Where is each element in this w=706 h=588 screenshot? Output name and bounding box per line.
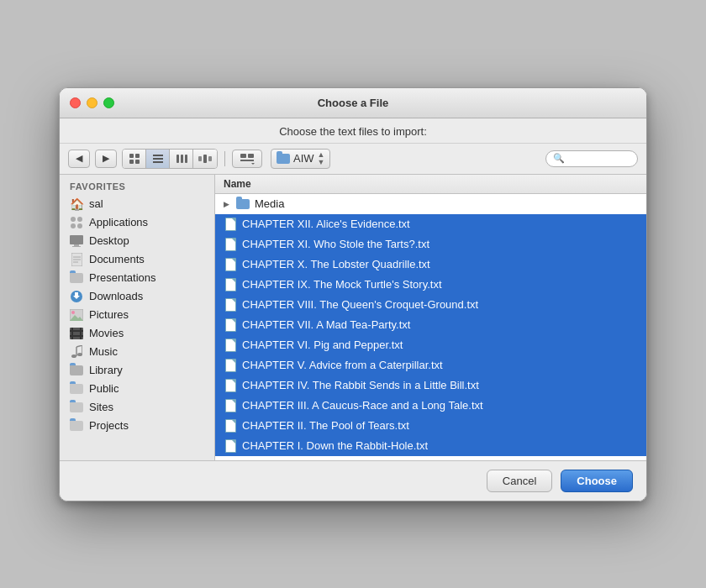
svg-rect-4 — [153, 155, 163, 156]
folder-selector[interactable]: AIW ▲ ▼ — [271, 149, 330, 169]
file-row-ch12[interactable]: CHAPTER XII. Alice's Evidence.txt — [215, 214, 646, 234]
window-container: Choose a File Choose the text files to i… — [59, 87, 647, 501]
view-cover-button[interactable] — [193, 150, 217, 168]
file-name-ch4: CHAPTER IV. The Rabbit Sends in a Little… — [242, 379, 479, 391]
svg-rect-9 — [185, 155, 187, 163]
file-row-ch9[interactable]: CHAPTER IX. The Mock Turtle's Story.txt — [215, 275, 646, 295]
sidebar-item-presentations[interactable]: Presentations — [60, 269, 214, 287]
svg-rect-5 — [153, 158, 163, 160]
file-name-media: Media — [255, 197, 284, 210]
search-icon: 🔍 — [553, 153, 565, 164]
view-column-button[interactable] — [170, 150, 193, 168]
pictures-icon — [70, 308, 83, 322]
file-row-ch2[interactable]: CHAPTER II. The Pool of Tears.txt — [215, 416, 646, 436]
downloads-icon — [70, 290, 83, 303]
svg-rect-1 — [135, 154, 140, 158]
cancel-button[interactable]: Cancel — [487, 470, 552, 492]
sidebar-item-sites[interactable]: Sites — [60, 398, 214, 417]
minimize-button[interactable] — [87, 97, 97, 108]
toolbar: ◀ ▶ — [60, 144, 646, 175]
txt-icon-ch2 — [224, 419, 237, 433]
sidebar-item-projects[interactable]: Projects — [60, 417, 214, 435]
txt-icon-ch3 — [224, 399, 237, 412]
home-icon: 🏠 — [70, 197, 83, 211]
file-row-ch3[interactable]: CHAPTER III. A Caucus-Race and a Long Ta… — [215, 396, 646, 416]
music-icon — [70, 345, 83, 359]
sidebar: FAVORITES 🏠 sal Applications — [60, 175, 215, 460]
svg-marker-16 — [251, 163, 255, 165]
txt-icon-ch12 — [224, 218, 237, 231]
sidebar-item-applications[interactable]: Applications — [60, 213, 214, 232]
view-list-button[interactable] — [146, 150, 170, 168]
folder-selector-arrows: ▲ ▼ — [318, 151, 325, 166]
documents-icon — [70, 253, 83, 266]
column-view-icon — [176, 154, 187, 164]
sidebar-label-public: Public — [89, 382, 119, 395]
folder-icon — [277, 154, 290, 164]
icon-view-icon — [129, 153, 140, 165]
view-icon-button[interactable] — [123, 150, 146, 168]
file-row-ch7[interactable]: CHAPTER VII. A Mad Tea-Party.txt — [215, 315, 646, 335]
file-row-ch10[interactable]: CHAPTER X. The Lobster Quadrille.txt — [215, 255, 646, 275]
view-mode-buttons — [122, 149, 218, 169]
choose-button[interactable]: Choose — [561, 470, 633, 492]
svg-rect-3 — [135, 160, 140, 164]
search-box[interactable]: 🔍 — [545, 150, 638, 167]
svg-point-40 — [77, 353, 82, 356]
file-name-ch1: CHAPTER I. Down the Rabbit-Hole.txt — [242, 439, 428, 452]
sidebar-item-library[interactable]: Library — [60, 361, 214, 380]
file-row-ch6[interactable]: CHAPTER VI. Pig and Pepper.txt — [215, 335, 646, 355]
library-icon — [70, 364, 83, 377]
svg-rect-13 — [240, 154, 246, 158]
sidebar-label-sal: sal — [89, 197, 103, 210]
disclosure-triangle: ▶ — [224, 200, 229, 208]
close-button[interactable] — [70, 97, 81, 108]
file-row-media[interactable]: ▶ Media — [215, 194, 646, 214]
txt-icon-ch6 — [224, 339, 237, 352]
svg-rect-35 — [71, 328, 73, 339]
presentations-icon — [70, 271, 83, 285]
sidebar-item-downloads[interactable]: Downloads — [60, 287, 214, 306]
content-area: FAVORITES 🏠 sal Applications — [60, 175, 646, 460]
sidebar-item-movies[interactable]: Movies — [60, 324, 214, 343]
sites-icon — [70, 401, 83, 414]
window-title: Choose a File — [318, 97, 389, 109]
applications-icon — [70, 216, 83, 229]
forward-button[interactable]: ▶ — [95, 150, 117, 168]
back-button[interactable]: ◀ — [68, 150, 90, 168]
svg-line-43 — [76, 345, 82, 347]
sidebar-item-desktop[interactable]: Desktop — [60, 232, 214, 250]
arrange-button[interactable] — [232, 150, 262, 168]
traffic-lights — [70, 97, 114, 108]
folder-icon-media — [236, 197, 250, 211]
svg-rect-6 — [153, 161, 163, 163]
file-row-ch8[interactable]: CHAPTER VIII. The Queen's Croquet-Ground… — [215, 295, 646, 315]
txt-icon-ch11 — [224, 238, 237, 251]
txt-icon-ch1 — [224, 439, 237, 453]
file-row-ch1[interactable]: CHAPTER I. Down the Rabbit-Hole.txt — [215, 436, 646, 456]
txt-icon-ch10 — [224, 258, 237, 271]
search-input[interactable] — [568, 153, 635, 165]
desktop-icon — [70, 234, 83, 248]
sidebar-item-documents[interactable]: Documents — [60, 250, 214, 269]
sidebar-item-sal[interactable]: 🏠 sal — [60, 195, 214, 213]
sidebar-item-pictures[interactable]: Pictures — [60, 306, 214, 324]
file-name-ch8: CHAPTER VIII. The Queen's Croquet-Ground… — [242, 298, 478, 311]
maximize-button[interactable] — [103, 97, 114, 108]
file-name-ch3: CHAPTER III. A Caucus-Race and a Long Ta… — [242, 399, 483, 412]
file-row-ch11[interactable]: CHAPTER XI. Who Stole the Tarts?.txt — [215, 234, 646, 255]
svg-rect-21 — [70, 235, 83, 244]
file-name-ch2: CHAPTER II. The Pool of Tears.txt — [242, 419, 409, 432]
sidebar-label-applications: Applications — [89, 216, 148, 228]
svg-point-20 — [77, 223, 82, 228]
file-name-ch9: CHAPTER IX. The Mock Turtle's Story.txt — [242, 278, 442, 291]
file-row-ch5[interactable]: CHAPTER V. Advice from a Caterpillar.txt — [215, 355, 646, 375]
file-row-ch4[interactable]: CHAPTER IV. The Rabbit Sends in a Little… — [215, 375, 646, 396]
file-name-ch5: CHAPTER V. Advice from a Caterpillar.txt — [242, 359, 443, 371]
sidebar-item-music[interactable]: Music — [60, 343, 214, 361]
txt-icon-ch7 — [224, 318, 237, 332]
sidebar-label-music: Music — [89, 345, 118, 358]
dialog-window: Choose a File Choose the text files to i… — [59, 87, 647, 501]
toolbar-separator-1 — [224, 151, 225, 166]
sidebar-item-public[interactable]: Public — [60, 380, 214, 398]
